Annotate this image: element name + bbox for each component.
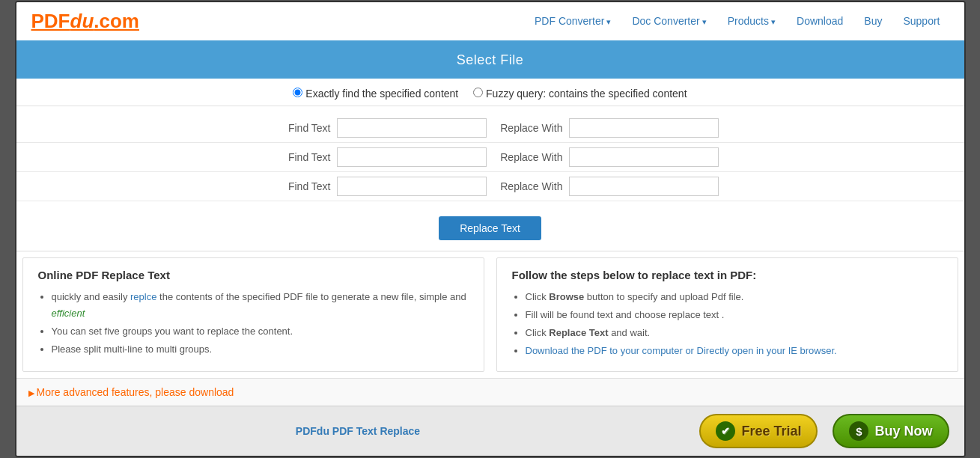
info-left-list: quickly and easily replce the contents o… [38, 289, 469, 358]
replace-button-row: Replace Text [16, 209, 964, 251]
search-options: Exactly find the specified content Fuzzy… [16, 79, 964, 106]
info-left-item-2: You can set five groups you want to repl… [52, 323, 469, 340]
find-label-2: Find Text [262, 151, 337, 163]
find-input-2[interactable] [337, 147, 487, 167]
replace-label-2: Replace With [487, 151, 569, 163]
info-panel-right: Follow the steps below to replace text i… [496, 257, 958, 372]
replace-input-1[interactable] [569, 118, 719, 138]
fuzzy-radio[interactable] [473, 88, 483, 97]
main-nav: PDF Converter Doc Converter Products Dow… [526, 10, 949, 31]
replace-input-3[interactable] [569, 177, 719, 196]
replace-text-button[interactable]: Replace Text [439, 216, 541, 240]
dollar-icon: $ [849, 421, 868, 441]
exactly-option[interactable]: Exactly find the specified content [293, 88, 461, 100]
info-right-item-2: Fill will be found text and choose repla… [526, 307, 943, 323]
select-file-label: Select File [457, 52, 524, 67]
form-row-2: Find Text Replace With [16, 143, 964, 172]
logo[interactable]: PDFdu.com [31, 10, 139, 33]
logo-pdf: PDF [31, 10, 70, 32]
header: PDFdu.com PDF Converter Doc Converter Pr… [16, 2, 964, 42]
info-right-item-4: Download the PDF to your computer or Dir… [526, 343, 943, 359]
footer-product-name: PDFdu PDF Text Replace [31, 425, 685, 437]
replace-label-3: Replace With [487, 180, 569, 192]
advanced-link[interactable]: More advanced features, please download [28, 386, 234, 398]
info-left-item-1: quickly and easily replce the contents o… [52, 289, 469, 322]
info-right-list: Click Browse button to specify and uploa… [512, 289, 943, 359]
nav-support[interactable]: Support [894, 10, 949, 31]
fuzzy-label: Fuzzy query: contains the specified cont… [486, 88, 687, 100]
buy-now-button[interactable]: $ Buy Now [833, 414, 949, 448]
advanced-row: More advanced features, please download [16, 378, 964, 406]
find-input-1[interactable] [337, 118, 487, 138]
info-right-title: Follow the steps below to replace text i… [512, 269, 943, 281]
free-trial-label: Free Trial [741, 424, 801, 439]
fuzzy-option[interactable]: Fuzzy query: contains the specified cont… [473, 88, 687, 100]
buy-now-label: Buy Now [874, 424, 932, 439]
info-panels: Online PDF Replace Text quickly and easi… [16, 251, 964, 378]
free-trial-button[interactable]: ✔ Free Trial [699, 414, 818, 448]
exactly-radio[interactable] [293, 88, 302, 97]
select-file-bar: Select File [16, 42, 964, 79]
find-label-1: Find Text [262, 122, 337, 134]
replace-label-1: Replace With [487, 122, 569, 134]
find-input-3[interactable] [337, 177, 487, 196]
info-right-item-3: Click Replace Text and wait. [526, 325, 943, 341]
info-right-item-1: Click Browse button to specify and uploa… [526, 289, 943, 305]
exactly-label: Exactly find the specified content [305, 88, 458, 100]
form-row-3: Find Text Replace With [16, 172, 964, 201]
info-left-title: Online PDF Replace Text [38, 269, 469, 281]
nav-download[interactable]: Download [788, 10, 852, 31]
main-window: PDFdu.com PDF Converter Doc Converter Pr… [15, 1, 966, 457]
nav-doc-converter[interactable]: Doc Converter [623, 10, 715, 31]
logo-du: du [70, 10, 94, 32]
footer-bar: PDFdu PDF Text Replace ✔ Free Trial $ Bu… [16, 406, 964, 456]
form-row-1: Find Text Replace With [16, 114, 964, 143]
replace-input-2[interactable] [569, 147, 719, 167]
form-area: Find Text Replace With Find Text Replace… [16, 106, 964, 209]
logo-com: .com [94, 10, 139, 32]
info-panel-left: Online PDF Replace Text quickly and easi… [22, 257, 484, 372]
find-label-3: Find Text [262, 180, 337, 192]
nav-products[interactable]: Products [719, 10, 785, 31]
nav-pdf-converter[interactable]: PDF Converter [526, 10, 620, 31]
info-left-item-3: Please split multi-line to multi groups. [52, 341, 469, 358]
nav-buy[interactable]: Buy [855, 10, 891, 31]
checkmark-icon: ✔ [716, 421, 735, 441]
